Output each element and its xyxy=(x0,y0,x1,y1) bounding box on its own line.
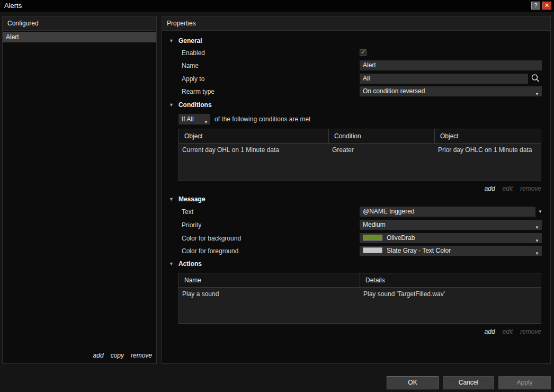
section-actions-title: Actions xyxy=(178,260,202,268)
add-alert-link[interactable]: add xyxy=(93,352,104,359)
copy-alert-link[interactable]: copy xyxy=(111,352,124,359)
foreground-color-dropdown[interactable]: Slate Gray - Text Color ▼ xyxy=(360,246,542,256)
condition-object-right: Prior day OHLC on 1 Minute data xyxy=(435,144,541,156)
enabled-checkbox[interactable]: ✓ xyxy=(360,49,367,56)
message-text-combo[interactable]: @NAME triggered xyxy=(360,207,535,217)
name-input[interactable] xyxy=(360,60,542,70)
action-details: Play sound 'TargetFilled.wav' xyxy=(360,288,541,300)
enabled-label: Enabled xyxy=(182,48,205,58)
section-actions[interactable]: ▼ Actions xyxy=(169,259,202,269)
section-general-title: General xyxy=(178,37,202,44)
priority-dropdown[interactable]: Medium ▼ xyxy=(360,220,542,230)
conditions-col-object-right: Object xyxy=(435,129,541,143)
title-bar: Alerts ? ✕ xyxy=(0,0,554,12)
condition-match-dropdown[interactable]: If All ▼ xyxy=(178,114,210,124)
remove-alert-link[interactable]: remove xyxy=(131,352,152,359)
close-button[interactable]: ✕ xyxy=(542,2,551,10)
properties-panel: Properties ▼ General Enabled ✓ Name Appl… xyxy=(162,16,551,364)
conditions-grid: Object Condition Object Current day OHL … xyxy=(178,129,541,181)
apply-button[interactable]: Apply xyxy=(498,376,551,389)
condition-add-link[interactable]: add xyxy=(485,185,495,192)
foreground-color-value: Slate Gray - Text Color xyxy=(387,247,451,254)
properties-header: Properties xyxy=(162,16,550,31)
background-color-dropdown[interactable]: OliveDrab ▼ xyxy=(360,233,542,243)
actions-col-details: Details xyxy=(360,273,541,287)
condition-edit-link[interactable]: edit xyxy=(503,185,513,192)
section-general[interactable]: ▼ General xyxy=(169,36,202,46)
action-edit-link[interactable]: edit xyxy=(503,328,513,335)
section-message-title: Message xyxy=(178,195,205,203)
apply-to-label: Apply to xyxy=(182,74,204,84)
ok-button[interactable]: OK xyxy=(387,376,439,389)
rearm-type-value: On condition reversed xyxy=(363,87,425,95)
background-color-label: Color for background xyxy=(182,234,241,243)
chevron-down-icon: ▼ xyxy=(535,89,539,99)
collapse-arrow-icon: ▼ xyxy=(169,261,174,266)
action-remove-link[interactable]: remove xyxy=(520,328,541,335)
condition-match-value: If All xyxy=(182,115,194,123)
action-add-link[interactable]: add xyxy=(485,328,495,335)
configured-header: Configured xyxy=(3,16,156,31)
name-label: Name xyxy=(182,61,199,70)
configured-panel: Configured Alert add copy remove xyxy=(2,16,157,364)
background-color-swatch xyxy=(363,235,382,240)
actions-links: add edit remove xyxy=(382,328,541,335)
window-title: Alerts xyxy=(4,2,22,10)
action-row[interactable]: Play a sound Play sound 'TargetFilled.wa… xyxy=(179,288,541,300)
condition-object-left: Current day OHL on 1 Minute data xyxy=(179,144,329,156)
configured-links: add copy remove xyxy=(93,352,152,359)
cancel-button[interactable]: Cancel xyxy=(443,376,494,389)
message-text-chevron-icon[interactable]: ▼ xyxy=(537,207,544,217)
condition-operator: Greater xyxy=(329,144,435,156)
rearm-type-label: Rearm type xyxy=(182,87,215,96)
apply-to-input[interactable] xyxy=(360,74,528,84)
section-message[interactable]: ▼ Message xyxy=(169,194,205,204)
chevron-down-icon: ▼ xyxy=(535,236,539,246)
conditions-col-condition: Condition xyxy=(329,129,435,143)
condition-row[interactable]: Current day OHL on 1 Minute data Greater… xyxy=(179,144,541,156)
collapse-arrow-icon: ▼ xyxy=(169,102,174,108)
background-color-value: OliveDrab xyxy=(387,234,415,242)
conditions-links: add edit remove xyxy=(382,185,541,192)
chevron-down-icon: ▼ xyxy=(535,248,539,259)
section-conditions[interactable]: ▼ Conditions xyxy=(169,100,212,110)
rearm-type-dropdown[interactable]: On condition reversed ▼ xyxy=(360,86,542,96)
collapse-arrow-icon: ▼ xyxy=(169,197,174,202)
priority-value: Medium xyxy=(363,221,386,228)
section-conditions-title: Conditions xyxy=(178,101,212,109)
priority-label: Priority xyxy=(182,220,201,230)
apply-to-search-button[interactable] xyxy=(530,73,542,84)
alert-list-item[interactable]: Alert xyxy=(3,32,156,42)
message-text-label: Text xyxy=(182,207,193,217)
foreground-color-swatch xyxy=(363,247,382,253)
condition-match-text: of the following conditions are met xyxy=(215,114,310,124)
help-button[interactable]: ? xyxy=(531,2,540,10)
conditions-col-object-left: Object xyxy=(179,129,329,143)
check-icon: ✓ xyxy=(360,49,366,55)
search-icon xyxy=(530,73,541,84)
message-text-value: @NAME triggered xyxy=(363,208,415,215)
actions-col-name: Name xyxy=(179,273,360,287)
actions-grid: Name Details Play a sound Play sound 'Ta… xyxy=(178,273,541,324)
foreground-color-label: Color for foreground xyxy=(182,246,238,256)
chevron-down-icon: ▼ xyxy=(535,222,539,233)
condition-remove-link[interactable]: remove xyxy=(520,185,541,192)
actions-grid-header: Name Details xyxy=(179,273,541,288)
action-name: Play a sound xyxy=(179,288,360,300)
collapse-arrow-icon: ▼ xyxy=(169,38,174,43)
conditions-grid-header: Object Condition Object xyxy=(179,129,541,144)
chevron-down-icon: ▼ xyxy=(204,117,208,128)
